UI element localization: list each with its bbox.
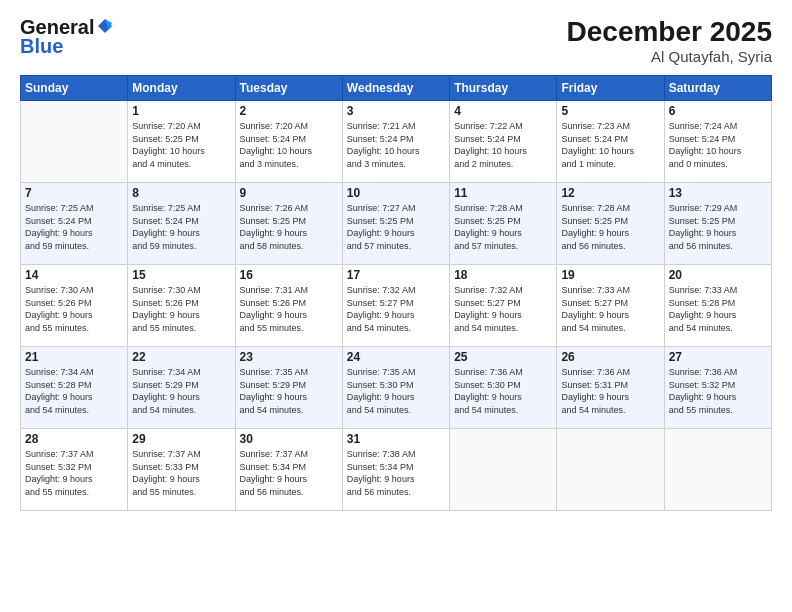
- calendar-cell: 1Sunrise: 7:20 AM Sunset: 5:25 PM Daylig…: [128, 101, 235, 183]
- weekday-header: Sunday: [21, 76, 128, 101]
- calendar-cell: [557, 429, 664, 511]
- calendar-cell: 16Sunrise: 7:31 AM Sunset: 5:26 PM Dayli…: [235, 265, 342, 347]
- day-number: 14: [25, 268, 123, 282]
- cell-content: Sunrise: 7:30 AM Sunset: 5:26 PM Dayligh…: [132, 284, 230, 334]
- cell-content: Sunrise: 7:37 AM Sunset: 5:32 PM Dayligh…: [25, 448, 123, 498]
- cell-content: Sunrise: 7:32 AM Sunset: 5:27 PM Dayligh…: [347, 284, 445, 334]
- cell-content: Sunrise: 7:20 AM Sunset: 5:25 PM Dayligh…: [132, 120, 230, 170]
- calendar-cell: 15Sunrise: 7:30 AM Sunset: 5:26 PM Dayli…: [128, 265, 235, 347]
- cell-content: Sunrise: 7:34 AM Sunset: 5:28 PM Dayligh…: [25, 366, 123, 416]
- cell-content: Sunrise: 7:27 AM Sunset: 5:25 PM Dayligh…: [347, 202, 445, 252]
- day-number: 23: [240, 350, 338, 364]
- cell-content: Sunrise: 7:20 AM Sunset: 5:24 PM Dayligh…: [240, 120, 338, 170]
- cell-content: Sunrise: 7:21 AM Sunset: 5:24 PM Dayligh…: [347, 120, 445, 170]
- calendar-cell: [664, 429, 771, 511]
- weekday-header: Thursday: [450, 76, 557, 101]
- calendar-cell: [450, 429, 557, 511]
- day-number: 18: [454, 268, 552, 282]
- day-number: 4: [454, 104, 552, 118]
- cell-content: Sunrise: 7:36 AM Sunset: 5:31 PM Dayligh…: [561, 366, 659, 416]
- calendar-cell: 10Sunrise: 7:27 AM Sunset: 5:25 PM Dayli…: [342, 183, 449, 265]
- cell-content: Sunrise: 7:22 AM Sunset: 5:24 PM Dayligh…: [454, 120, 552, 170]
- logo-icon: [96, 17, 114, 35]
- day-number: 20: [669, 268, 767, 282]
- calendar-week-row: 7Sunrise: 7:25 AM Sunset: 5:24 PM Daylig…: [21, 183, 772, 265]
- calendar-cell: 17Sunrise: 7:32 AM Sunset: 5:27 PM Dayli…: [342, 265, 449, 347]
- logo: General Blue: [20, 16, 114, 58]
- calendar-cell: 18Sunrise: 7:32 AM Sunset: 5:27 PM Dayli…: [450, 265, 557, 347]
- calendar-cell: 12Sunrise: 7:28 AM Sunset: 5:25 PM Dayli…: [557, 183, 664, 265]
- day-number: 16: [240, 268, 338, 282]
- day-number: 8: [132, 186, 230, 200]
- weekday-header: Wednesday: [342, 76, 449, 101]
- cell-content: Sunrise: 7:25 AM Sunset: 5:24 PM Dayligh…: [132, 202, 230, 252]
- weekday-header: Tuesday: [235, 76, 342, 101]
- month-title: December 2025: [567, 16, 772, 48]
- logo-blue: Blue: [20, 35, 63, 58]
- calendar-cell: 6Sunrise: 7:24 AM Sunset: 5:24 PM Daylig…: [664, 101, 771, 183]
- calendar-week-row: 1Sunrise: 7:20 AM Sunset: 5:25 PM Daylig…: [21, 101, 772, 183]
- day-number: 22: [132, 350, 230, 364]
- day-number: 11: [454, 186, 552, 200]
- cell-content: Sunrise: 7:34 AM Sunset: 5:29 PM Dayligh…: [132, 366, 230, 416]
- day-number: 10: [347, 186, 445, 200]
- cell-content: Sunrise: 7:28 AM Sunset: 5:25 PM Dayligh…: [561, 202, 659, 252]
- calendar-cell: 8Sunrise: 7:25 AM Sunset: 5:24 PM Daylig…: [128, 183, 235, 265]
- cell-content: Sunrise: 7:37 AM Sunset: 5:33 PM Dayligh…: [132, 448, 230, 498]
- calendar-cell: 22Sunrise: 7:34 AM Sunset: 5:29 PM Dayli…: [128, 347, 235, 429]
- day-number: 6: [669, 104, 767, 118]
- calendar-cell: 23Sunrise: 7:35 AM Sunset: 5:29 PM Dayli…: [235, 347, 342, 429]
- calendar-cell: 29Sunrise: 7:37 AM Sunset: 5:33 PM Dayli…: [128, 429, 235, 511]
- calendar-week-row: 28Sunrise: 7:37 AM Sunset: 5:32 PM Dayli…: [21, 429, 772, 511]
- calendar-cell: 20Sunrise: 7:33 AM Sunset: 5:28 PM Dayli…: [664, 265, 771, 347]
- page: General Blue December 2025 Al Qutayfah, …: [0, 0, 792, 612]
- day-number: 21: [25, 350, 123, 364]
- day-number: 26: [561, 350, 659, 364]
- calendar-cell: 3Sunrise: 7:21 AM Sunset: 5:24 PM Daylig…: [342, 101, 449, 183]
- calendar-week-row: 21Sunrise: 7:34 AM Sunset: 5:28 PM Dayli…: [21, 347, 772, 429]
- weekday-header: Friday: [557, 76, 664, 101]
- day-number: 7: [25, 186, 123, 200]
- calendar: SundayMondayTuesdayWednesdayThursdayFrid…: [20, 75, 772, 511]
- day-number: 29: [132, 432, 230, 446]
- day-number: 31: [347, 432, 445, 446]
- calendar-cell: [21, 101, 128, 183]
- calendar-week-row: 14Sunrise: 7:30 AM Sunset: 5:26 PM Dayli…: [21, 265, 772, 347]
- cell-content: Sunrise: 7:35 AM Sunset: 5:30 PM Dayligh…: [347, 366, 445, 416]
- cell-content: Sunrise: 7:35 AM Sunset: 5:29 PM Dayligh…: [240, 366, 338, 416]
- calendar-cell: 2Sunrise: 7:20 AM Sunset: 5:24 PM Daylig…: [235, 101, 342, 183]
- day-number: 27: [669, 350, 767, 364]
- weekday-header: Saturday: [664, 76, 771, 101]
- calendar-header-row: SundayMondayTuesdayWednesdayThursdayFrid…: [21, 76, 772, 101]
- calendar-cell: 28Sunrise: 7:37 AM Sunset: 5:32 PM Dayli…: [21, 429, 128, 511]
- header: General Blue December 2025 Al Qutayfah, …: [20, 16, 772, 65]
- day-number: 25: [454, 350, 552, 364]
- day-number: 15: [132, 268, 230, 282]
- day-number: 13: [669, 186, 767, 200]
- cell-content: Sunrise: 7:36 AM Sunset: 5:32 PM Dayligh…: [669, 366, 767, 416]
- cell-content: Sunrise: 7:24 AM Sunset: 5:24 PM Dayligh…: [669, 120, 767, 170]
- day-number: 5: [561, 104, 659, 118]
- day-number: 24: [347, 350, 445, 364]
- day-number: 12: [561, 186, 659, 200]
- cell-content: Sunrise: 7:31 AM Sunset: 5:26 PM Dayligh…: [240, 284, 338, 334]
- cell-content: Sunrise: 7:28 AM Sunset: 5:25 PM Dayligh…: [454, 202, 552, 252]
- cell-content: Sunrise: 7:32 AM Sunset: 5:27 PM Dayligh…: [454, 284, 552, 334]
- cell-content: Sunrise: 7:36 AM Sunset: 5:30 PM Dayligh…: [454, 366, 552, 416]
- location: Al Qutayfah, Syria: [567, 48, 772, 65]
- calendar-cell: 25Sunrise: 7:36 AM Sunset: 5:30 PM Dayli…: [450, 347, 557, 429]
- calendar-cell: 9Sunrise: 7:26 AM Sunset: 5:25 PM Daylig…: [235, 183, 342, 265]
- calendar-cell: 26Sunrise: 7:36 AM Sunset: 5:31 PM Dayli…: [557, 347, 664, 429]
- calendar-cell: 19Sunrise: 7:33 AM Sunset: 5:27 PM Dayli…: [557, 265, 664, 347]
- calendar-cell: 27Sunrise: 7:36 AM Sunset: 5:32 PM Dayli…: [664, 347, 771, 429]
- cell-content: Sunrise: 7:25 AM Sunset: 5:24 PM Dayligh…: [25, 202, 123, 252]
- cell-content: Sunrise: 7:29 AM Sunset: 5:25 PM Dayligh…: [669, 202, 767, 252]
- calendar-cell: 5Sunrise: 7:23 AM Sunset: 5:24 PM Daylig…: [557, 101, 664, 183]
- calendar-cell: 31Sunrise: 7:38 AM Sunset: 5:34 PM Dayli…: [342, 429, 449, 511]
- cell-content: Sunrise: 7:26 AM Sunset: 5:25 PM Dayligh…: [240, 202, 338, 252]
- day-number: 2: [240, 104, 338, 118]
- calendar-cell: 24Sunrise: 7:35 AM Sunset: 5:30 PM Dayli…: [342, 347, 449, 429]
- cell-content: Sunrise: 7:23 AM Sunset: 5:24 PM Dayligh…: [561, 120, 659, 170]
- day-number: 9: [240, 186, 338, 200]
- calendar-cell: 7Sunrise: 7:25 AM Sunset: 5:24 PM Daylig…: [21, 183, 128, 265]
